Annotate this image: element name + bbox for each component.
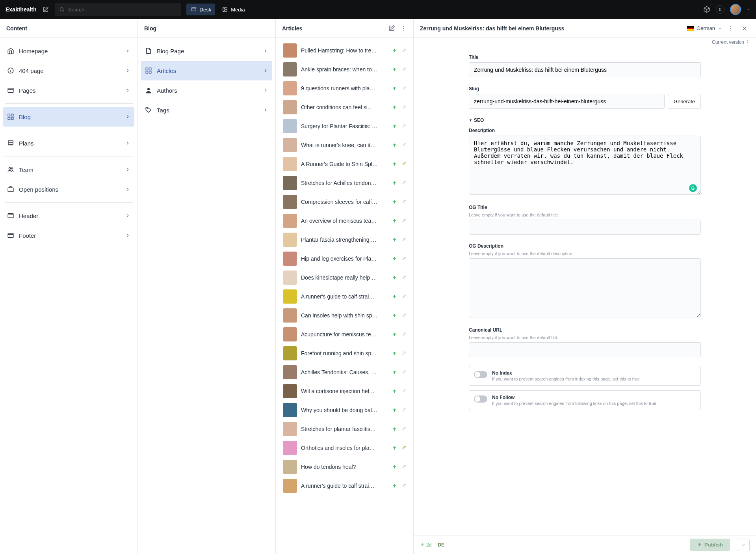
notification-count[interactable]: 0 — [716, 5, 724, 14]
nofollow-toggle[interactable] — [474, 395, 487, 403]
slug-input[interactable] — [469, 94, 665, 109]
article-thumbnail — [283, 195, 297, 209]
article-row[interactable]: Can insoles help with shin sp… — [279, 306, 410, 325]
package-icon[interactable] — [703, 6, 710, 13]
article-row[interactable]: Other conditions can feel si… — [279, 98, 410, 117]
description-textarea[interactable] — [469, 136, 701, 195]
article-thumbnail — [283, 441, 297, 455]
edit-status-icon — [401, 143, 406, 148]
article-thumbnail — [283, 157, 297, 171]
article-row[interactable]: Acupuncture for meniscus te… — [279, 325, 410, 344]
sereprese-label: SEO — [474, 118, 484, 123]
svg-rect-9 — [11, 118, 13, 119]
canonical-label: Canonical URL — [469, 327, 701, 333]
svg-point-25 — [403, 30, 404, 30]
language-selector[interactable]: German — [687, 25, 722, 31]
main: Content Homepage 404 page Pages Blog Pla… — [0, 19, 756, 554]
edit-status-icon — [401, 446, 406, 451]
article-title: What is runner's knee, can it… — [301, 142, 388, 148]
article-title: A Runner's Guide to Shin Spl… — [301, 161, 388, 167]
publish-dropdown[interactable] — [738, 539, 750, 551]
og-description-hint: Leave empty if you want to use the defau… — [469, 251, 701, 256]
article-row[interactable]: Plantar fascia strengthening:… — [279, 230, 410, 249]
grammarly-icon[interactable]: G — [689, 184, 697, 192]
og-title-input[interactable] — [469, 220, 701, 235]
articles-list[interactable]: Pulled Hamstring: How to tre… Ankle spra… — [276, 38, 413, 554]
tab-desk[interactable]: Desk — [186, 4, 215, 15]
article-status-icons — [392, 181, 406, 186]
user-avatar[interactable] — [730, 4, 741, 15]
article-row[interactable]: Pulled Hamstring: How to tre… — [279, 41, 410, 60]
article-row[interactable]: A Runner's Guide to Shin Spl… — [279, 155, 410, 173]
search-input-wrap[interactable] — [55, 3, 181, 16]
article-row[interactable]: Achilles Tendonitis: Causes, … — [279, 363, 410, 382]
sidebar-item-404[interactable]: 404 page — [3, 61, 134, 80]
search-input[interactable] — [68, 7, 176, 13]
version-selector[interactable]: Current version — [414, 38, 756, 47]
article-row[interactable]: Hip and leg exercises for Pla… — [279, 249, 410, 268]
edit-status-icon — [401, 370, 406, 375]
content-column: Content Homepage 404 page Pages Blog Pla… — [0, 19, 138, 554]
article-row[interactable]: Orthotics and insoles for pla… — [279, 438, 410, 457]
article-row[interactable]: An overview of meniscus tea… — [279, 211, 410, 230]
article-row[interactable]: Forefoot running and shin sp… — [279, 344, 410, 363]
article-row[interactable]: A runner's guide to calf strai… — [279, 476, 410, 495]
blog-item-blogpage[interactable]: Blog Page — [141, 41, 272, 61]
noindex-toggle[interactable] — [474, 371, 487, 378]
sidebar-item-pages[interactable]: Pages — [3, 80, 134, 100]
kebab-icon[interactable] — [400, 25, 407, 32]
close-icon[interactable] — [739, 23, 750, 34]
article-title: Compression sleeves for calf… — [301, 199, 388, 205]
article-row[interactable]: Will a cortisone injection hel… — [279, 382, 410, 401]
article-thumbnail — [283, 365, 297, 379]
sidebar-item-homepage[interactable]: Homepage — [3, 41, 134, 61]
tab-media[interactable]: Media — [217, 4, 249, 15]
sidebar-item-team[interactable]: Team — [3, 160, 134, 179]
svg-point-23 — [403, 26, 404, 27]
sidebar-item-positions[interactable]: Open positions — [3, 179, 134, 199]
article-row[interactable]: Surgery for Plantar Fasciitis: … — [279, 117, 410, 136]
og-title-field: OG Title Leave empty if you want to use … — [469, 205, 701, 235]
article-row[interactable]: Why you should be doing bal… — [279, 401, 410, 420]
publish-button[interactable]: Publish — [690, 539, 730, 551]
blog-item-tags[interactable]: Tags — [141, 100, 272, 120]
edit-status-icon — [401, 162, 406, 167]
search-icon — [59, 6, 65, 13]
og-description-textarea[interactable] — [469, 258, 701, 317]
article-row[interactable]: 9 questions runners with pla… — [279, 79, 410, 98]
footer-lang: DE — [438, 542, 444, 548]
article-row[interactable]: Ankle sprain braces: when to… — [279, 60, 410, 79]
sidebar-item-blog[interactable]: Blog — [3, 107, 134, 127]
article-row[interactable]: A runner's guide to calf strai… — [279, 287, 410, 306]
generate-button[interactable]: Generate — [668, 94, 701, 109]
article-status-icons — [392, 48, 406, 53]
canonical-input[interactable] — [469, 342, 701, 357]
svg-rect-18 — [149, 68, 151, 70]
article-row[interactable]: How do tendons heal? — [279, 457, 410, 476]
article-row[interactable]: Stretches for plantar fasciitis… — [279, 420, 410, 438]
chevron-right-icon — [125, 140, 130, 146]
published-icon — [392, 313, 397, 318]
article-status-icons — [392, 256, 406, 261]
editor-kebab-icon[interactable] — [726, 24, 736, 33]
article-row[interactable]: Compression sleeves for calf… — [279, 192, 410, 211]
article-row[interactable]: Does kinesiotape really help … — [279, 268, 410, 287]
info-icon — [7, 67, 14, 74]
edit-icon[interactable] — [42, 6, 49, 13]
blog-item-articles[interactable]: Articles — [141, 61, 272, 80]
title-input[interactable] — [469, 62, 701, 77]
seo-section-header[interactable]: ▼ SEO — [469, 118, 701, 123]
sidebar-item-plans[interactable]: Plans — [3, 133, 134, 153]
chevron-down-icon[interactable] — [747, 6, 750, 13]
sidebar-item-footer[interactable]: Footer — [3, 226, 134, 245]
blog-item-label: Articles — [157, 67, 258, 74]
sidebar-item-header[interactable]: Header — [3, 206, 134, 226]
compose-icon[interactable] — [388, 25, 395, 32]
svg-rect-17 — [146, 68, 148, 70]
article-row[interactable]: Stretches for Achilles tendon… — [279, 173, 410, 192]
published-icon — [392, 332, 397, 337]
article-thumbnail — [283, 43, 297, 58]
article-row[interactable]: What is runner's knee, can it… — [279, 136, 410, 155]
chevron-right-icon — [125, 233, 130, 238]
blog-item-authors[interactable]: Authors — [141, 80, 272, 100]
